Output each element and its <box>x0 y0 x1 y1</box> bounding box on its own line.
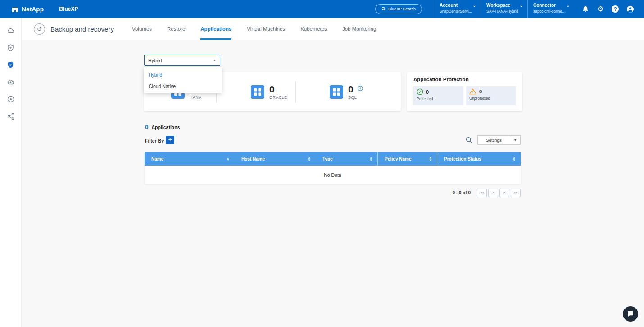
applications-table: Name ∧ Host Name ∧∨ Type ∧∨ Policy Name … <box>145 152 521 184</box>
deployment-type-dropdown: Hybrid Cloud Native <box>144 67 222 93</box>
sort-icon: ∧∨ <box>429 157 431 161</box>
tab-restore[interactable]: Restore <box>167 18 185 40</box>
sql-info-icon[interactable] <box>358 85 363 93</box>
tab-volumes[interactable]: Volumes <box>132 18 152 40</box>
bell-icon <box>582 5 589 13</box>
topbar-icons: ⚙ ? <box>581 5 634 13</box>
column-header-type[interactable]: Type ∧∨ <box>316 152 377 166</box>
column-header-name[interactable]: Name ∧ <box>145 152 235 166</box>
column-label: Host Name <box>241 157 308 161</box>
protected-count: 0 <box>426 89 429 95</box>
unprotected-panel: 0 Unprotected <box>466 86 516 105</box>
column-label: Name <box>151 157 227 161</box>
table-search-button[interactable] <box>466 137 473 144</box>
caret-down-icon: ▼ <box>510 138 520 142</box>
netapp-logo-icon <box>12 6 18 13</box>
product-name: BlueXP <box>59 6 78 12</box>
sql-label: SQL <box>348 95 363 100</box>
connector-menu[interactable]: Connector ⌄ sapcc-cmi-conne... <box>527 0 574 18</box>
pagination-first-button[interactable]: << <box>477 189 487 197</box>
check-circle-icon <box>417 88 423 95</box>
gear-icon: ⚙ <box>597 5 603 13</box>
sidebar-item-health[interactable] <box>6 44 15 52</box>
brand-name: NetApp <box>22 6 44 13</box>
sql-summary: 0 SQL <box>296 72 401 111</box>
add-filter-button[interactable]: + <box>166 136 174 144</box>
column-label: Type <box>322 157 370 161</box>
shield-heart-icon <box>7 44 14 52</box>
sql-grid-icon <box>330 85 343 99</box>
settings-button-label: Settings <box>478 138 510 143</box>
refresh-glyph: ↺ <box>37 26 42 32</box>
oracle-summary: 0 ORACLE <box>217 72 295 111</box>
workspace-menu-label: Workspace <box>486 3 510 8</box>
user-account-button[interactable] <box>626 5 634 13</box>
connector-menu-value: sapcc-cmi-conne... <box>533 9 570 14</box>
service-header: ↺ Backup and recovery Volumes Restore Ap… <box>22 18 644 40</box>
pagination-range: 0 - 0 of 0 <box>452 190 471 195</box>
sql-count: 0 <box>348 84 354 94</box>
tab-virtual-machines[interactable]: Virtual Machines <box>247 18 285 40</box>
warning-triangle-icon <box>469 88 476 95</box>
pagination-next-button[interactable]: > <box>499 189 509 197</box>
sidebar-item-mobility[interactable] <box>6 78 15 86</box>
unprotected-count: 0 <box>479 89 482 94</box>
sidebar-item-protection[interactable] <box>6 61 15 69</box>
cloud-sync-icon <box>6 78 15 86</box>
sidebar-item-extensions[interactable] <box>6 112 15 120</box>
oracle-count: 0 <box>269 84 275 94</box>
sort-icon: ∧∨ <box>370 157 372 161</box>
connector-menu-label: Connector <box>533 3 556 8</box>
search-label: BlueXP Search <box>388 7 416 11</box>
help-button[interactable]: ? <box>611 5 619 13</box>
deployment-type-value: Hybrid <box>148 58 162 63</box>
netapp-logo[interactable]: NetApp <box>12 6 44 13</box>
chat-support-button[interactable] <box>623 306 638 322</box>
unprotected-label: Unprotected <box>469 96 513 101</box>
oracle-grid-icon <box>251 85 264 99</box>
account-menu[interactable]: Account ⌄ SnapCenterServi... <box>434 0 481 18</box>
column-label: Protection Status <box>444 157 513 161</box>
search-icon <box>466 137 472 143</box>
column-header-policy-name[interactable]: Policy Name ∧∨ <box>377 152 437 166</box>
chevron-down-icon: ⌄ <box>472 4 476 7</box>
tab-job-monitoring[interactable]: Job Monitoring <box>342 18 376 40</box>
search-icon <box>381 7 386 11</box>
column-label: Policy Name <box>385 157 429 161</box>
hana-label: HANA <box>190 95 202 100</box>
sort-icon: ∧∨ <box>513 157 515 161</box>
deployment-type-select[interactable]: Hybrid ▲ <box>144 55 220 66</box>
column-header-host-name[interactable]: Host Name ∧∨ <box>235 152 316 166</box>
settings-button[interactable]: ⚙ <box>596 5 604 13</box>
page-title: Backup and recovery <box>50 25 114 33</box>
sort-icon: ∧∨ <box>308 157 310 161</box>
backup-recovery-icon: ↺ <box>34 23 45 35</box>
topbar-menus: Account ⌄ SnapCenterServi... Workspace ⌄… <box>434 0 574 18</box>
dropdown-option-cloud-native[interactable]: Cloud Native <box>144 80 222 92</box>
user-icon <box>626 5 634 13</box>
main-content: 0 HANA 0 ORACLE 0 SQL Applicati <box>22 40 644 327</box>
sidebar-item-storage[interactable] <box>6 27 15 35</box>
applications-count-number: 0 <box>145 124 149 130</box>
notifications-button[interactable] <box>581 5 590 13</box>
workspace-menu[interactable]: Workspace ⌄ SAP-HANA-Hybrid <box>481 0 527 18</box>
protection-card-title: Application Protection <box>413 77 516 82</box>
topbar: NetApp BlueXP BlueXP Search Account ⌄ Sn… <box>0 0 644 18</box>
bluexp-search[interactable]: BlueXP Search <box>375 4 422 14</box>
protected-panel: 0 Protected <box>413 86 463 105</box>
disc-icon <box>7 95 15 103</box>
tab-applications[interactable]: Applications <box>200 18 231 40</box>
chevron-down-icon: ⌄ <box>566 4 570 7</box>
table-settings-button[interactable]: Settings ▼ <box>477 135 521 145</box>
tab-kubernetes[interactable]: Kubernetes <box>300 18 327 40</box>
filter-by-label: Filter By <box>145 138 164 143</box>
oracle-label: ORACLE <box>269 95 287 100</box>
share-nodes-icon <box>7 112 15 120</box>
table-empty-row: No Data <box>145 166 521 184</box>
pagination-last-button[interactable]: >> <box>511 189 521 197</box>
pagination-prev-button[interactable]: < <box>488 189 498 197</box>
column-header-protection-status[interactable]: Protection Status ∧∨ <box>437 152 521 166</box>
sidebar-item-analysis[interactable] <box>6 95 15 103</box>
left-sidebar <box>0 18 22 327</box>
dropdown-option-hybrid[interactable]: Hybrid <box>144 69 222 80</box>
